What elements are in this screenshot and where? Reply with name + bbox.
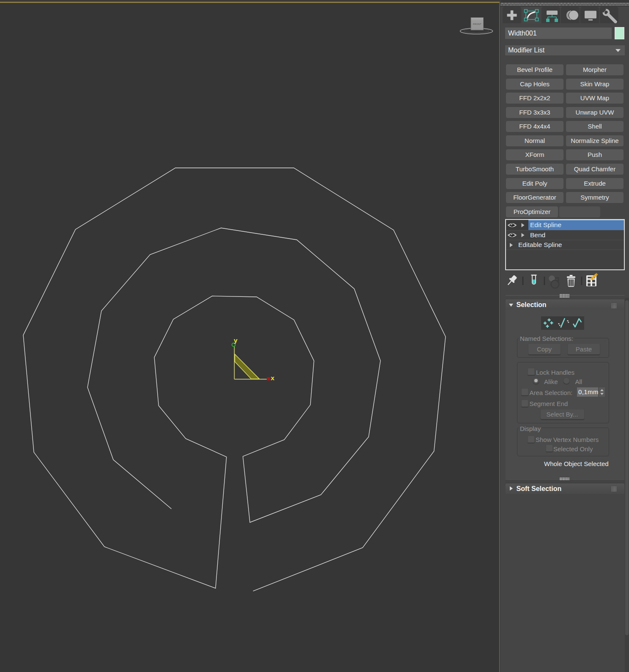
svg-text:x: x xyxy=(271,374,275,381)
svg-text:FRONT: FRONT xyxy=(473,23,481,25)
svg-text:y: y xyxy=(234,337,238,344)
